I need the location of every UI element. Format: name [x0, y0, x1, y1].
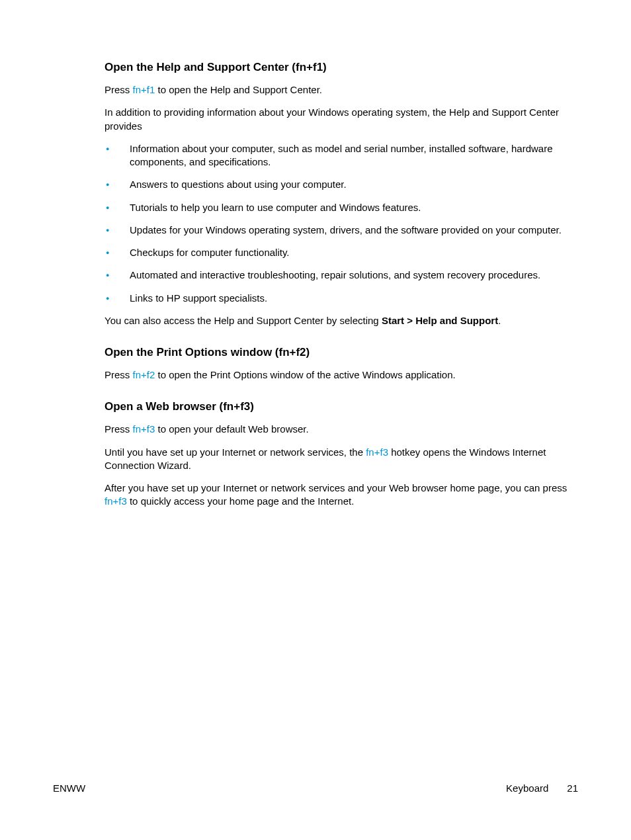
section1-heading: Open the Help and Support Center (fn+f1) — [105, 61, 578, 74]
section1-bullets: Information about your computer, such as… — [105, 142, 578, 305]
list-item: Automated and interactive troubleshootin… — [105, 269, 578, 282]
list-item: Links to HP support specialists. — [105, 292, 578, 305]
footer-left: ENWW — [53, 782, 85, 794]
section1-p1: Press fn+f1 to open the Help and Support… — [105, 83, 578, 97]
section1-p2: In addition to providing information abo… — [105, 106, 578, 133]
document-page: Open the Help and Support Center (fn+f1)… — [0, 0, 631, 509]
text: Until you have set up your Internet or n… — [105, 446, 366, 458]
list-item: Checkups for computer functionality. — [105, 246, 578, 259]
text: Press — [105, 423, 133, 435]
list-item: Information about your computer, such as… — [105, 142, 578, 169]
section3-heading: Open a Web browser (fn+f3) — [105, 400, 578, 413]
text: to open your default Web browser. — [155, 423, 308, 435]
text: to open the Help and Support Center. — [155, 84, 322, 95]
section3-p1: Press fn+f3 to open your default Web bro… — [105, 423, 578, 436]
hotkey-fn-f3: fn+f3 — [366, 446, 388, 458]
text: to quickly access your home page and the… — [127, 495, 355, 507]
hotkey-fn-f3: fn+f3 — [105, 495, 127, 507]
text: . — [498, 315, 501, 326]
page-footer: ENWW Keyboard 21 — [53, 782, 578, 794]
footer-page-number: 21 — [567, 782, 578, 794]
footer-section: Keyboard — [506, 782, 548, 794]
section1-p3: You can also access the Help and Support… — [105, 314, 578, 327]
text: You can also access the Help and Support… — [105, 315, 382, 326]
list-item: Updates for your Windows operating syste… — [105, 224, 578, 237]
list-item: Tutorials to help you learn to use compu… — [105, 201, 578, 214]
section3-p2: Until you have set up your Internet or n… — [105, 446, 578, 473]
text: to open the Print Options window of the … — [155, 369, 455, 380]
section2-p1: Press fn+f2 to open the Print Options wi… — [105, 368, 578, 382]
hotkey-fn-f2: fn+f2 — [133, 369, 155, 380]
text: After you have set up your Internet or n… — [105, 482, 567, 493]
section3-p3: After you have set up your Internet or n… — [105, 482, 578, 509]
hotkey-fn-f1: fn+f1 — [133, 84, 155, 95]
text: Press — [105, 369, 133, 380]
list-item: Answers to questions about using your co… — [105, 178, 578, 191]
section2-heading: Open the Print Options window (fn+f2) — [105, 346, 578, 359]
text: Press — [105, 84, 133, 95]
hotkey-fn-f3: fn+f3 — [133, 423, 155, 435]
bold-text: Start > Help and Support — [382, 315, 498, 326]
footer-right: Keyboard 21 — [506, 782, 578, 794]
